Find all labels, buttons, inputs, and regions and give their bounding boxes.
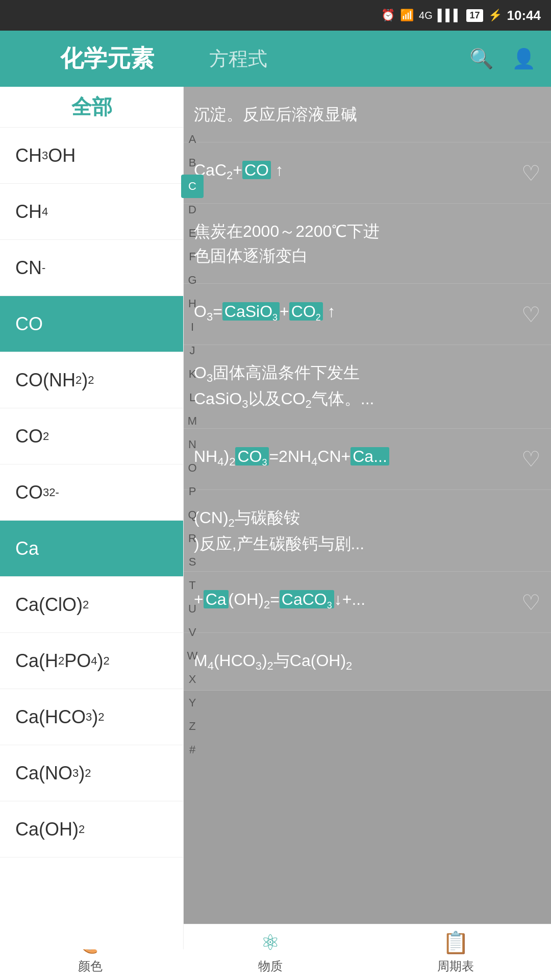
element-co[interactable]: CO [0,296,183,352]
status-icons: ⏰ 📶 4G ▌▌▌ 17 ⚡ 10:44 [381,8,541,23]
header-right: 方程式 🔍 👤 [199,46,536,72]
alpha-n[interactable]: N [181,433,204,456]
card-3-text: 焦炭在2000～2200℃下进色固体逐渐变白 [194,219,531,268]
alpha-q[interactable]: Q [181,503,204,527]
app-title: 化学元素 [60,43,154,75]
nav-substance[interactable]: ⚛ 物质 [258,930,283,974]
element-caclo2[interactable]: Ca(ClO)2 [0,577,183,633]
status-bar: ⏰ 📶 4G ▌▌▌ 17 ⚡ 10:44 [0,0,551,31]
header-left: 化学元素 [15,43,199,75]
card-5-text: O3固体高温条件下发生CaSiO3以及CO2气体。... [194,360,531,413]
element-ch3oh[interactable]: CH3OH [0,128,183,184]
favorite-icon-8[interactable]: ♡ [521,590,541,615]
element-co32-[interactable]: CO32- [0,464,183,521]
card-9-text: M4(HCO3)2与Ca(OH)2 [194,648,531,674]
co-highlight-1: CO [242,161,271,179]
alpha-e[interactable]: E [181,222,204,245]
network-bars-icon: ▌▌▌ [438,9,462,22]
alpha-u[interactable]: U [181,597,204,621]
element-conh22[interactable]: CO(NH2)2 [0,352,183,408]
alpha-o[interactable]: O [181,456,204,480]
card-8-text: +Ca(OH)2=CaCO3↓+... [194,587,531,613]
co2-highlight: CO2 [289,302,323,321]
content-card-8[interactable]: +Ca(OH)2=CaCO3↓+... ♡ [184,572,551,633]
card-6-text: NH4)2CO3=2NH4CN+Ca... [194,444,531,470]
content-card-2[interactable]: CaC2+CO ↑ ♡ [184,142,551,204]
ca-highlight-1: Ca... [350,447,389,465]
alpha-p[interactable]: P [181,480,204,503]
periodic-table-icon: 📋 [442,930,469,955]
card-4-text: O3=CaSiO3+CO2 ↑ [194,299,531,325]
content-card-4[interactable]: O3=CaSiO3+CO2 ↑ ♡ [184,284,551,345]
alpha-t[interactable]: T [181,574,204,597]
alpha-h[interactable]: H [181,292,204,315]
alpha-y[interactable]: Y [181,691,204,715]
card-1-text: 沉淀。反应后溶液显碱 [194,102,531,127]
battery-level: 17 [466,9,483,22]
element-caoh2[interactable]: Ca(OH)2 [0,801,183,857]
color-label: 颜色 [78,958,103,974]
content-card-3[interactable]: 焦炭在2000～2200℃下进色固体逐渐变白 [184,204,551,284]
alpha-m[interactable]: M [181,409,204,433]
equation-tab[interactable]: 方程式 [209,46,267,72]
alpha-s[interactable]: S [181,550,204,574]
content-card-9[interactable]: M4(HCO3)2与Ca(OH)2 [184,633,551,690]
header: 化学元素 方程式 🔍 👤 [0,31,551,87]
content-card-5[interactable]: O3固体高温条件下发生CaSiO3以及CO2气体。... [184,345,551,429]
alpha-j[interactable]: J [181,339,204,362]
signal-icon: 4G [419,10,433,21]
alpha-a[interactable]: A [181,128,204,151]
content-card-7[interactable]: (CN)2与碳酸铵)反应,产生碳酸钙与剧... [184,490,551,572]
alpha-hash[interactable]: # [181,738,204,762]
ca-highlight-2: Ca [204,590,229,608]
alpha-z[interactable]: Z [181,715,204,738]
wifi-icon: 📶 [400,9,414,22]
element-cn-[interactable]: CN- [0,240,183,296]
alarm-icon: ⏰ [381,9,395,22]
alpha-f[interactable]: F [181,245,204,268]
element-ca[interactable]: Ca [0,521,183,577]
content-card-6[interactable]: NH4)2CO3=2NH4CN+Ca... ♡ [184,429,551,490]
alpha-i[interactable]: I [181,315,204,339]
casio3-highlight: CaSiO3 [222,302,280,321]
elements-sidebar: 全部 CH3OH CH4 CN- CO CO(NH2)2 CO2 CO32- C… [0,87,184,949]
element-cah2po42[interactable]: Ca(H2PO4)2 [0,633,183,689]
favorite-icon-6[interactable]: ♡ [521,447,541,472]
content-card-1[interactable]: 沉淀。反应后溶液显碱 [184,87,551,142]
caco3-highlight: CaCO3 [280,590,334,608]
clock: 10:44 [507,8,541,23]
periodic-label: 周期表 [437,958,474,974]
search-icon[interactable]: 🔍 [469,47,493,70]
alpha-l[interactable]: L [181,386,204,409]
content-area: 沉淀。反应后溶液显碱 CaC2+CO ↑ ♡ 焦炭在2000～2200℃下进色固… [184,87,551,949]
alpha-g[interactable]: G [181,268,204,292]
alpha-b[interactable]: B [181,151,204,175]
battery-charging-icon: ⚡ [488,9,502,22]
alpha-d[interactable]: D [181,198,204,222]
element-cano32[interactable]: Ca(NO3)2 [0,745,183,801]
nav-periodic-table[interactable]: 📋 周期表 [437,930,474,974]
favorite-icon-2[interactable]: ♡ [521,160,541,185]
element-ch4[interactable]: CH4 [0,184,183,240]
atom-icon: ⚛ [261,930,280,955]
all-label: 全部 [71,93,112,121]
substance-label: 物质 [258,958,283,974]
favorite-icon-4[interactable]: ♡ [521,302,541,327]
alpha-c[interactable]: C [181,175,204,198]
alpha-k[interactable]: K [181,362,204,386]
header-icons: 🔍 👤 [469,47,536,70]
alpha-r[interactable]: R [181,527,204,550]
alpha-v[interactable]: V [181,621,204,644]
co3-highlight: CO3 [235,447,269,465]
element-co2[interactable]: CO2 [0,408,183,464]
alpha-w[interactable]: W [181,644,204,668]
main-layout: 全部 CH3OH CH4 CN- CO CO(NH2)2 CO2 CO32- C… [0,87,551,949]
alpha-x[interactable]: X [181,668,204,691]
element-cahco32[interactable]: Ca(HCO3)2 [0,689,183,745]
profile-icon[interactable]: 👤 [512,47,536,70]
card-2-text: CaC2+CO ↑ [194,158,531,184]
sidebar-header: 全部 [0,87,183,128]
alphabet-index[interactable]: A B C D E F G H I J K L M N O P Q R S T … [181,128,204,762]
card-7-text: (CN)2与碳酸铵)反应,产生碳酸钙与剧... [194,505,531,556]
